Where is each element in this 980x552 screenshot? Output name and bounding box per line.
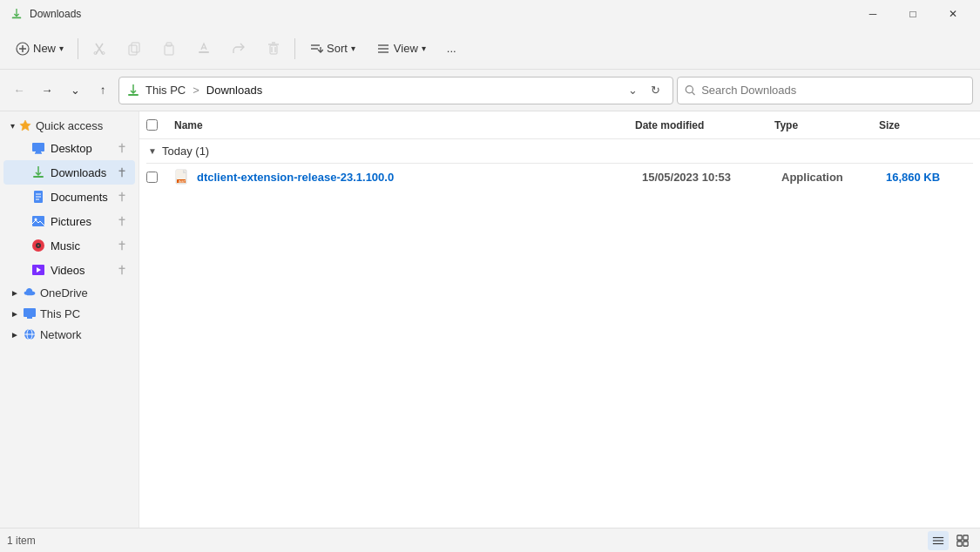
delete-icon <box>267 42 280 56</box>
downloads-label: Downloads <box>51 166 111 179</box>
address-bar-right: ⌄ ↻ <box>622 80 666 101</box>
desktop-expand <box>14 142 26 154</box>
downloads-expand <box>14 166 26 178</box>
pictures-pin-icon <box>116 215 128 227</box>
svg-rect-10 <box>199 51 209 53</box>
content-area: Name Date modified Type Size ▼ Today (1) <box>139 111 980 528</box>
details-view-button[interactable] <box>928 531 949 550</box>
svg-text:INST: INST <box>179 179 186 183</box>
share-button[interactable] <box>223 33 254 64</box>
recent-button[interactable]: ⌄ <box>63 78 87 103</box>
svg-rect-68 <box>957 541 962 545</box>
network-icon <box>23 327 37 341</box>
sort-icon <box>309 42 323 56</box>
sidebar-group-onedrive[interactable]: ► OneDrive <box>3 282 135 303</box>
title-download-icon <box>10 8 23 20</box>
table-row[interactable]: INST dtclient-extension-release-23.1.100… <box>139 164 980 192</box>
sidebar-item-desktop[interactable]: Desktop <box>3 136 135 160</box>
rename-icon <box>197 42 211 56</box>
thispc-icon <box>23 306 37 320</box>
copy-icon <box>127 42 141 56</box>
sidebar: ▾ Quick access Desktop Downloads Documen… <box>0 111 139 528</box>
back-button[interactable]: ← <box>7 78 31 103</box>
view-button[interactable]: View ▾ <box>368 33 435 64</box>
music-label: Music <box>51 239 111 252</box>
row-type: Application <box>781 171 886 184</box>
more-button[interactable]: ... <box>438 33 465 64</box>
view-icon <box>376 42 390 56</box>
delete-button[interactable] <box>258 33 289 64</box>
sidebar-item-videos[interactable]: Videos <box>3 258 135 282</box>
status-bar: 1 item <box>0 528 980 552</box>
copy-button[interactable] <box>118 33 150 64</box>
paste-icon <box>162 42 176 56</box>
up-button[interactable]: ↑ <box>91 78 115 103</box>
sidebar-item-downloads[interactable]: Downloads <box>3 160 135 185</box>
svg-rect-26 <box>32 143 44 151</box>
refresh-button[interactable]: ↻ <box>645 80 666 101</box>
sidebar-group-network[interactable]: ► Network <box>3 324 135 345</box>
toolbar: New ▾ Sort ▾ View ▾ ... <box>0 28 980 70</box>
videos-expand <box>14 264 26 276</box>
search-icon <box>685 84 696 97</box>
view-controls <box>928 531 973 550</box>
svg-marker-25 <box>20 120 30 131</box>
maximize-button[interactable]: □ <box>893 0 933 28</box>
header-type[interactable]: Type <box>774 119 879 131</box>
forward-button[interactable]: → <box>35 78 59 103</box>
close-button[interactable]: ✕ <box>933 0 973 28</box>
svg-rect-8 <box>165 45 173 55</box>
new-button[interactable]: New ▾ <box>7 33 72 64</box>
sidebar-item-music[interactable]: Music <box>3 233 135 258</box>
breadcrumb-downloads[interactable]: Downloads <box>206 84 262 97</box>
desktop-label: Desktop <box>51 142 111 155</box>
videos-icon <box>31 263 45 277</box>
group-header-today[interactable]: ▼ Today (1) <box>139 139 980 163</box>
svg-rect-6 <box>132 43 139 52</box>
dropdown-button[interactable]: ⌄ <box>622 80 643 101</box>
large-icons-view-icon <box>956 535 969 547</box>
content-body: ▼ Today (1) INST d <box>139 139 980 528</box>
address-bar[interactable]: This PC > Downloads ⌄ ↻ <box>118 77 673 104</box>
minimize-button[interactable]: ─ <box>853 0 893 28</box>
svg-rect-59 <box>176 170 183 178</box>
sidebar-item-documents[interactable]: Documents <box>3 185 135 209</box>
share-icon <box>232 42 246 56</box>
row-check[interactable] <box>146 172 171 183</box>
sort-button[interactable]: Sort ▾ <box>301 33 364 64</box>
svg-line-24 <box>692 91 694 94</box>
details-view-icon <box>932 535 944 547</box>
file-icon: INST <box>174 169 192 186</box>
new-icon <box>16 42 30 56</box>
paste-button[interactable] <box>153 33 185 64</box>
documents-icon <box>31 190 45 204</box>
large-icons-view-button[interactable] <box>952 531 973 550</box>
quick-access-expand: ▾ <box>10 121 15 131</box>
cut-button[interactable] <box>84 33 115 64</box>
row-checkbox[interactable] <box>146 172 158 183</box>
header-name[interactable]: Name <box>171 119 635 131</box>
search-box[interactable] <box>677 77 973 104</box>
header-check[interactable] <box>146 119 171 131</box>
sidebar-group-thispc[interactable]: ► This PC <box>3 303 135 324</box>
svg-rect-31 <box>33 176 44 178</box>
breadcrumb-thispc[interactable]: This PC <box>145 84 186 97</box>
row-name-cell: INST dtclient-extension-release-23.1.100… <box>171 169 642 186</box>
svg-point-5 <box>102 51 105 54</box>
header-size[interactable]: Size <box>879 119 966 131</box>
column-headers: Name Date modified Type Size <box>139 111 980 139</box>
downloads-icon <box>31 165 45 179</box>
main-layout: ▾ Quick access Desktop Downloads Documen… <box>0 111 980 528</box>
select-all-checkbox[interactable] <box>146 119 158 131</box>
pictures-label: Pictures <box>51 215 111 228</box>
sidebar-item-pictures[interactable]: Pictures <box>3 209 135 233</box>
rename-button[interactable] <box>188 33 220 64</box>
header-date[interactable]: Date modified <box>635 119 774 131</box>
sidebar-group-quick-access[interactable]: ▾ Quick access <box>3 115 135 136</box>
svg-point-46 <box>37 245 39 246</box>
svg-rect-69 <box>963 541 968 545</box>
search-input[interactable] <box>701 84 965 97</box>
file-name: dtclient-extension-release-23.1.100.0 <box>197 171 394 184</box>
quick-access-label: Quick access <box>36 119 103 132</box>
cut-icon <box>92 42 106 56</box>
